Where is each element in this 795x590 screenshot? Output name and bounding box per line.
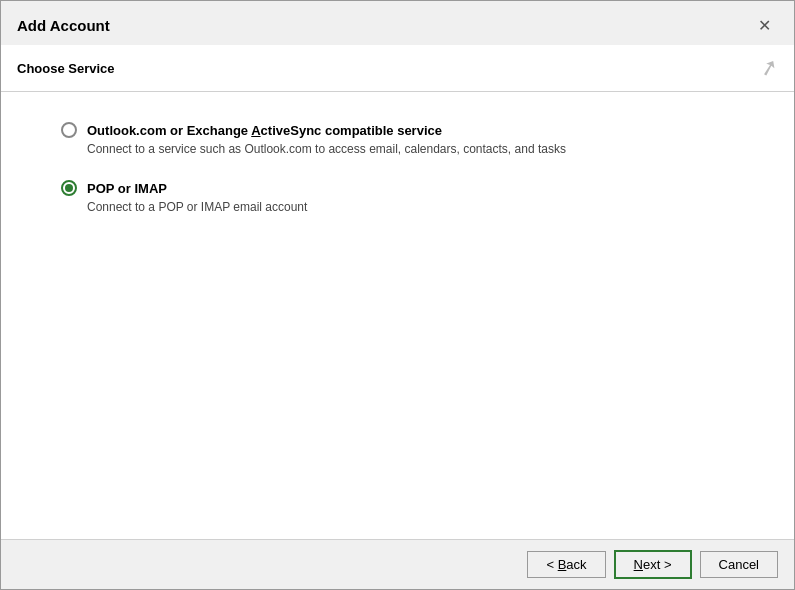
header-section: Choose Service ➚ <box>1 45 794 92</box>
exchange-radio[interactable] <box>61 122 77 138</box>
option-pop-imap-row: POP or IMAP <box>61 180 734 196</box>
option-exchange-row: Outlook.com or Exchange ActiveSync compa… <box>61 122 734 138</box>
exchange-label[interactable]: Outlook.com or Exchange ActiveSync compa… <box>87 123 442 138</box>
dialog-title: Add Account <box>17 17 110 34</box>
close-button[interactable]: ✕ <box>750 11 778 39</box>
back-button[interactable]: < Back <box>527 551 605 578</box>
content-area: Outlook.com or Exchange ActiveSync compa… <box>1 92 794 539</box>
footer-area: < Back Next > Cancel <box>1 539 794 589</box>
exchange-label-text: Outlook.com or Exchange ActiveSync compa… <box>87 123 442 138</box>
pop-imap-description: Connect to a POP or IMAP email account <box>87 200 734 214</box>
cursor-icon: ➚ <box>757 53 781 83</box>
back-label: < Back <box>546 557 586 572</box>
exchange-description: Connect to a service such as Outlook.com… <box>87 142 734 156</box>
title-bar: Add Account ✕ <box>1 1 794 45</box>
next-label: Next > <box>634 557 672 572</box>
option-exchange-block: Outlook.com or Exchange ActiveSync compa… <box>61 122 734 156</box>
cancel-button[interactable]: Cancel <box>700 551 778 578</box>
pop-imap-radio[interactable] <box>61 180 77 196</box>
choose-service-label: Choose Service <box>17 61 115 76</box>
add-account-dialog: Add Account ✕ Choose Service ➚ Outlook.c… <box>0 0 795 590</box>
pop-imap-label[interactable]: POP or IMAP <box>87 181 167 196</box>
pop-imap-label-text: POP or IMAP <box>87 181 167 196</box>
option-pop-imap-block: POP or IMAP Connect to a POP or IMAP ema… <box>61 180 734 214</box>
next-button[interactable]: Next > <box>614 550 692 579</box>
